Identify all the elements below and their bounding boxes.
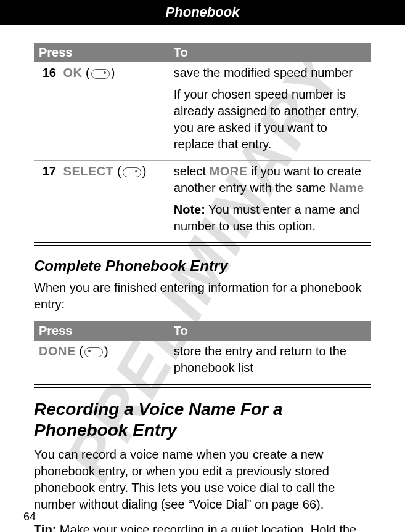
subsection-intro: When you are finished entering informati… [34, 280, 371, 313]
col-to: To [169, 43, 371, 62]
ui-literal: MORE [210, 164, 248, 178]
softkey-right-icon [123, 167, 141, 177]
tip-text: Make your voice recording in a quiet loc… [34, 523, 356, 532]
instruction-table-2: Press To DONE () store the entry and ret… [34, 321, 371, 384]
col-to: To [169, 321, 371, 341]
text-fragment: select [174, 164, 210, 178]
table-end-rule [34, 242, 371, 246]
step-desc: save the modified speed number [174, 65, 366, 81]
subsection-heading: Complete Phonebook Entry [34, 257, 371, 275]
step-desc: select MORE if you want to create anothe… [174, 163, 366, 196]
col-press: Press [34, 321, 169, 341]
section-tip: Tip: Make your voice recording in a quie… [34, 522, 371, 532]
step-desc: store the entry and return to the phoneb… [174, 343, 366, 376]
step-number: 16 [39, 65, 60, 81]
section-heading: Recording a Voice Name For a Phonebook E… [34, 399, 371, 440]
table-row: DONE () store the entry and return to th… [34, 341, 371, 384]
step-number: 17 [39, 163, 60, 180]
table-row: 17 SELECT () select MORE if you want to … [34, 161, 371, 243]
table-row: 16 OK () save the modified speed number … [34, 62, 371, 161]
table-end-rule [34, 384, 371, 388]
ui-literal: Name [329, 181, 364, 195]
note-label: Note: [174, 203, 205, 216]
key-label: SELECT [63, 164, 114, 178]
col-press: Press [34, 43, 169, 62]
tip-label: Tip: [34, 523, 56, 532]
step-note: Note: You must enter a name and number t… [174, 201, 366, 235]
softkey-left-icon [84, 347, 103, 357]
softkey-right-icon [91, 69, 110, 79]
header-band: Phonebook [0, 0, 405, 25]
section-para: You can record a voice name when you cre… [34, 446, 371, 513]
step-desc-extra: If your chosen speed number is already a… [174, 86, 366, 153]
key-label: OK [63, 66, 83, 79]
key-label: DONE [39, 344, 76, 358]
page-title: Phonebook [166, 4, 240, 20]
instruction-table-1: Press To 16 OK () save the modified spee… [34, 43, 371, 242]
